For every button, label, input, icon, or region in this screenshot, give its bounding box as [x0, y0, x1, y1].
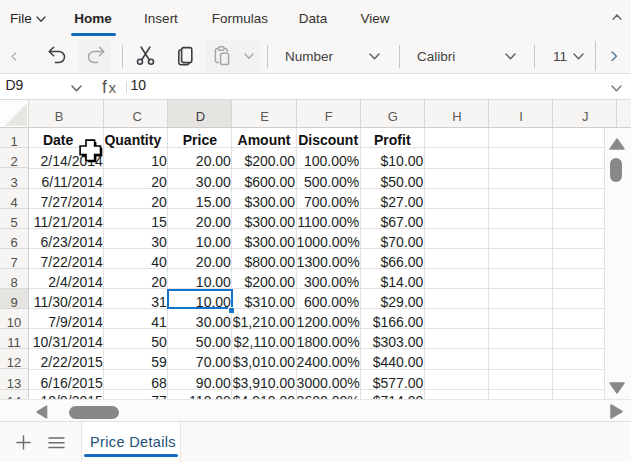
svg-text:x: x [109, 80, 117, 96]
svg-text:f: f [102, 77, 107, 97]
